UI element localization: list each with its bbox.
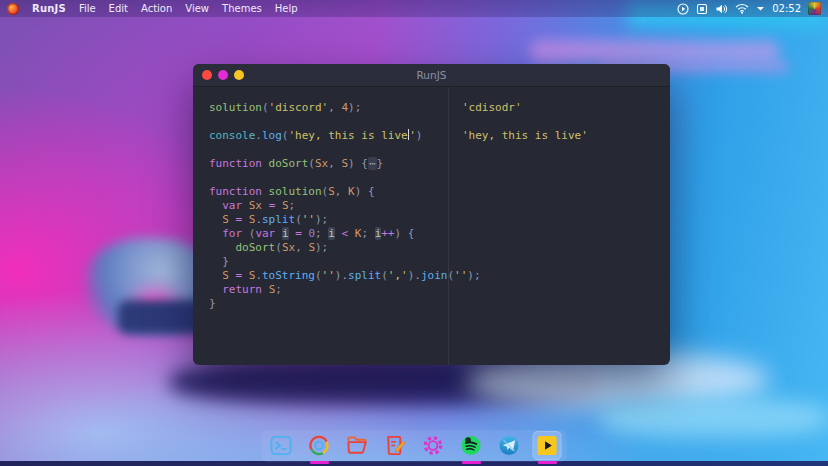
menubar: RunJS FileEditActionViewThemesHelp 02:52 bbox=[0, 0, 828, 17]
code-token: ( bbox=[242, 227, 255, 240]
code-line: console.log('hey, this is live') bbox=[209, 129, 448, 143]
caret-down-icon[interactable] bbox=[756, 5, 765, 12]
output-line: 'cdisodr' bbox=[462, 101, 670, 115]
code-token bbox=[209, 283, 222, 296]
clock[interactable]: 02:52 bbox=[772, 3, 801, 14]
code-token: , bbox=[335, 185, 348, 198]
menu-item-action[interactable]: Action bbox=[141, 3, 172, 14]
code-token: ' bbox=[409, 129, 416, 142]
runjs-logo-icon bbox=[7, 3, 19, 15]
code-token: '' bbox=[322, 269, 335, 282]
close-button[interactable] bbox=[202, 70, 212, 80]
code-token: solution bbox=[209, 101, 262, 114]
output-line bbox=[462, 115, 670, 129]
gear-icon bbox=[422, 434, 445, 457]
code-token: 0 bbox=[308, 227, 315, 240]
code-token bbox=[242, 213, 249, 226]
code-token: '' bbox=[302, 213, 315, 226]
dock-item-telegram[interactable] bbox=[496, 432, 523, 459]
code-token: S bbox=[308, 241, 315, 254]
code-line: } bbox=[209, 297, 448, 311]
code-token: S bbox=[222, 269, 229, 282]
running-indicator bbox=[310, 461, 329, 464]
light-streaks bbox=[600, 398, 828, 438]
code-token bbox=[209, 241, 236, 254]
menu-item-help[interactable]: Help bbox=[275, 3, 298, 14]
menu-item-themes[interactable]: Themes bbox=[222, 3, 262, 14]
code-token: } bbox=[209, 297, 216, 310]
code-token bbox=[262, 185, 269, 198]
code-token: doSort bbox=[236, 241, 276, 254]
code-line bbox=[209, 171, 448, 185]
maximize-button[interactable] bbox=[234, 70, 244, 80]
editor-panes: solution('discord', 4);console.log('hey,… bbox=[193, 87, 670, 365]
avatar[interactable] bbox=[808, 2, 821, 15]
chrome-icon bbox=[308, 434, 331, 457]
running-indicator bbox=[538, 461, 557, 464]
code-token: ; bbox=[361, 227, 374, 240]
wifi-icon[interactable] bbox=[735, 3, 749, 14]
code-token bbox=[335, 227, 342, 240]
code-token: ) { bbox=[395, 227, 415, 240]
output-pane: 'cdisodr''hey, this is live' bbox=[449, 87, 670, 365]
code-token: ( bbox=[262, 101, 269, 114]
output-value: 'cdisodr' bbox=[462, 101, 522, 114]
code-token: S bbox=[222, 213, 229, 226]
output-value: 'hey, this is live' bbox=[462, 129, 588, 142]
code-token: ); bbox=[315, 241, 328, 254]
code-token: function bbox=[209, 157, 262, 170]
code-token bbox=[209, 227, 222, 240]
minimize-button[interactable] bbox=[218, 70, 228, 80]
menu-items: FileEditActionViewThemesHelp bbox=[79, 3, 298, 14]
code-token: 'discord' bbox=[269, 101, 329, 114]
code-token: } bbox=[377, 157, 384, 170]
code-token: split bbox=[348, 269, 381, 282]
traffic-lights bbox=[193, 70, 244, 80]
code-token: . bbox=[255, 213, 262, 226]
window-titlebar[interactable]: RunJS bbox=[193, 64, 670, 87]
code-token: ⋯ bbox=[368, 157, 377, 170]
code-token: 'hey, this is live bbox=[288, 129, 407, 142]
code-line: for (var i = 0; i < K; i++) { bbox=[209, 227, 448, 241]
telegram-icon bbox=[498, 434, 521, 457]
menu-item-edit[interactable]: Edit bbox=[109, 3, 128, 14]
code-token: ( bbox=[308, 157, 315, 170]
dock-item-text-editor[interactable] bbox=[382, 432, 409, 459]
code-token: , bbox=[328, 101, 341, 114]
code-editor[interactable]: solution('discord', 4);console.log('hey,… bbox=[193, 87, 449, 365]
code-token: ( bbox=[381, 269, 388, 282]
code-token: log bbox=[262, 129, 282, 142]
code-token: . bbox=[255, 129, 262, 142]
code-line: function solution(S, K) { bbox=[209, 185, 448, 199]
play-circle-icon[interactable] bbox=[677, 3, 689, 15]
dock-item-media-player[interactable] bbox=[534, 432, 561, 459]
dock-item-terminal[interactable] bbox=[268, 432, 295, 459]
code-token: ( bbox=[295, 213, 302, 226]
notes-icon bbox=[384, 434, 407, 457]
code-token: join bbox=[421, 269, 448, 282]
dock-item-files[interactable] bbox=[344, 432, 371, 459]
menubar-left: RunJS FileEditActionViewThemesHelp bbox=[7, 3, 298, 15]
code-token: ( bbox=[315, 269, 322, 282]
code-token: i bbox=[328, 227, 335, 240]
code-token: } bbox=[209, 255, 229, 268]
dock-item-chrome[interactable] bbox=[306, 432, 333, 459]
code-line: S = S.toString('').split(',').join(''); bbox=[209, 269, 448, 283]
code-token: var bbox=[255, 227, 275, 240]
code-token bbox=[275, 199, 282, 212]
code-token: ); bbox=[315, 213, 328, 226]
dock-item-settings[interactable] bbox=[420, 432, 447, 459]
code-token bbox=[229, 213, 236, 226]
menu-item-view[interactable]: View bbox=[185, 3, 209, 14]
screenshot-icon[interactable] bbox=[696, 3, 708, 15]
menu-item-file[interactable]: File bbox=[79, 3, 96, 14]
folder-icon bbox=[346, 434, 369, 457]
code-token: ); bbox=[348, 101, 361, 114]
code-line bbox=[209, 143, 448, 157]
code-token: Sx bbox=[315, 157, 328, 170]
dock-item-spotify[interactable] bbox=[458, 432, 485, 459]
code-token: ++ bbox=[381, 227, 394, 240]
volume-icon[interactable] bbox=[715, 3, 728, 15]
code-token bbox=[262, 157, 269, 170]
code-token: console bbox=[209, 129, 255, 142]
